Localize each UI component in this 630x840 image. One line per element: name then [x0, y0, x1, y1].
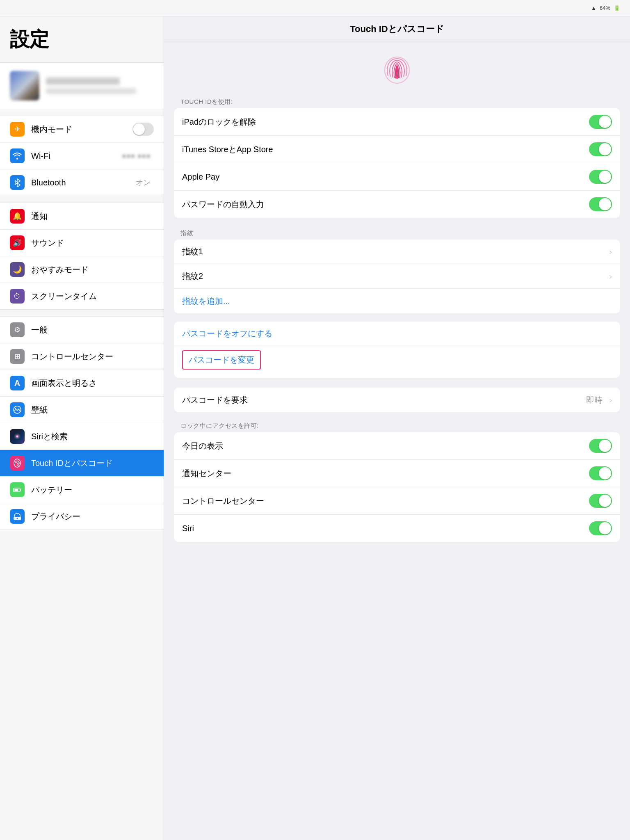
sidebar-item-label: プライバシー	[31, 511, 154, 522]
svg-point-11	[17, 518, 18, 519]
svg-point-0	[14, 406, 21, 413]
sidebar-item-label: Wi-Fi	[31, 151, 122, 161]
notification-center-label: 通知センター	[182, 468, 589, 479]
touchid-icon-container	[164, 42, 630, 95]
battery-icon: 🔋	[614, 5, 620, 11]
notification-center-row[interactable]: 通知センター	[174, 460, 620, 487]
sidebar-group-general: ⚙ 一般 ⊞ コントロールセンター A 画面表示と明るさ 壁紙	[0, 316, 164, 530]
sidebar-item-donotdisturb[interactable]: 🌙 おやすみモード	[0, 256, 164, 283]
require-passcode-label: パスコードを要求	[182, 395, 586, 406]
fingerprint-card: 指紋1 › 指紋2 › 指紋を追加...	[174, 240, 620, 313]
svg-point-4	[16, 436, 18, 437]
password-autofill-toggle[interactable]	[589, 197, 612, 211]
sidebar-item-label: サウンド	[31, 237, 154, 249]
touch-id-section-header: TOUCH IDを使用:	[174, 95, 620, 108]
apple-pay-label: Apple Pay	[182, 172, 589, 182]
touchid-fingerprint-icon	[382, 55, 412, 85]
siri-icon	[10, 429, 25, 444]
privacy-icon	[10, 509, 25, 524]
passcode-section: パスコードをオフにする パスコードを変更	[174, 322, 620, 378]
profile-section[interactable]	[0, 62, 164, 109]
sidebar-item-airplane[interactable]: ✈ 機内モード	[0, 116, 164, 143]
sidebar-item-touchid[interactable]: Touch IDとパスコード	[0, 450, 164, 477]
main-header: Touch IDとパスコード	[164, 16, 630, 42]
profile-subtitle	[46, 88, 136, 94]
profile-name	[46, 78, 120, 85]
wifi-value: ●●● ●●●	[122, 152, 151, 160]
sidebar-item-notifications[interactable]: 🔔 通知	[0, 203, 164, 230]
sidebar-item-wallpaper[interactable]: 壁紙	[0, 397, 164, 423]
fingerprint2-chevron: ›	[609, 272, 612, 281]
add-fingerprint-label[interactable]: 指紋を追加...	[182, 296, 612, 307]
sidebar-item-bluetooth[interactable]: Bluetooth オン	[0, 169, 164, 196]
wifi-settings-icon	[10, 148, 25, 163]
password-autofill-label: パスワードの自動入力	[182, 199, 589, 210]
bluetooth-icon	[10, 175, 25, 190]
control-center-lock-row[interactable]: コントロールセンター	[174, 487, 620, 515]
sidebar-title: 設定	[0, 16, 164, 59]
touch-id-section: TOUCH IDを使用: iPadのロックを解除 iTunes StoreとAp…	[174, 95, 620, 218]
sidebar-item-label: Bluetooth	[31, 178, 136, 187]
status-bar: ▲ 64% 🔋	[0, 0, 630, 16]
donotdisturb-icon: 🌙	[10, 262, 25, 277]
apple-pay-row[interactable]: Apple Pay	[174, 163, 620, 191]
fingerprint2-label: 指紋2	[182, 271, 606, 282]
fingerprint-section: 指紋 指紋1 › 指紋2 › 指紋を追加...	[174, 226, 620, 313]
sidebar-item-sound[interactable]: 🔊 サウンド	[0, 230, 164, 256]
battery-percentage: 64%	[600, 5, 610, 11]
sidebar-item-screentime[interactable]: ⏱ スクリーンタイム	[0, 283, 164, 309]
itunes-appstore-row[interactable]: iTunes StoreとApp Store	[174, 136, 620, 163]
password-autofill-row[interactable]: パスワードの自動入力	[174, 191, 620, 218]
profile-info	[46, 78, 154, 94]
sidebar-item-label: Siriと検索	[31, 431, 154, 442]
sidebar-item-label: 一般	[31, 324, 154, 336]
airplane-icon: ✈	[10, 122, 25, 137]
sidebar-item-label: Touch IDとパスコード	[31, 458, 154, 469]
wifi-icon: ▲	[591, 5, 596, 11]
passcode-require-section: パスコードを要求 即時 ›	[174, 388, 620, 412]
passcode-turnoff-label: パスコードをオフにする	[182, 329, 272, 338]
sidebar-item-display[interactable]: A 画面表示と明るさ	[0, 370, 164, 397]
require-passcode-chevron: ›	[609, 395, 612, 405]
fingerprint1-label: 指紋1	[182, 246, 606, 257]
sidebar-item-privacy[interactable]: プライバシー	[0, 503, 164, 530]
add-fingerprint-row[interactable]: 指紋を追加...	[174, 289, 620, 313]
sidebar-item-general[interactable]: ⚙ 一般	[0, 317, 164, 343]
page-title: Touch IDとパスコード	[350, 24, 444, 34]
sidebar-item-wifi[interactable]: Wi-Fi ●●● ●●●	[0, 143, 164, 169]
battery-settings-icon	[10, 482, 25, 497]
sidebar-group-connectivity: ✈ 機内モード Wi-Fi ●●● ●●● Bluetooth オン	[0, 116, 164, 196]
sound-icon: 🔊	[10, 235, 25, 250]
today-view-label: 今日の表示	[182, 441, 589, 452]
control-center-lock-label: コントロールセンター	[182, 495, 589, 507]
lock-access-section-header: ロック中にアクセスを許可:	[174, 419, 620, 432]
screentime-icon: ⏱	[10, 289, 25, 304]
sidebar-item-label: 画面表示と明るさ	[31, 378, 154, 389]
fingerprint1-row[interactable]: 指紋1 ›	[174, 240, 620, 264]
sidebar-item-battery[interactable]: バッテリー	[0, 477, 164, 503]
fingerprint2-row[interactable]: 指紋2 ›	[174, 264, 620, 289]
passcode-change-label[interactable]: パスコードを変更	[182, 350, 261, 370]
today-view-toggle[interactable]	[589, 439, 612, 453]
bluetooth-value: オン	[136, 178, 151, 187]
sidebar-item-label: おやすみモード	[31, 264, 154, 275]
siri-lock-label: Siri	[182, 524, 589, 533]
siri-lock-row[interactable]: Siri	[174, 515, 620, 542]
lock-access-card: 今日の表示 通知センター コントロールセンター Siri	[174, 432, 620, 542]
control-center-lock-toggle[interactable]	[589, 494, 612, 508]
ipad-unlock-row[interactable]: iPadのロックを解除	[174, 108, 620, 136]
siri-lock-toggle[interactable]	[589, 521, 612, 535]
apple-pay-toggle[interactable]	[589, 170, 612, 184]
itunes-appstore-toggle[interactable]	[589, 142, 612, 156]
require-passcode-row[interactable]: パスコードを要求 即時 ›	[174, 388, 620, 412]
itunes-appstore-label: iTunes StoreとApp Store	[182, 144, 589, 155]
sidebar-group-notifications: 🔔 通知 🔊 サウンド 🌙 おやすみモード ⏱ スクリーンタイム	[0, 203, 164, 310]
today-view-row[interactable]: 今日の表示	[174, 432, 620, 460]
sidebar-item-siri[interactable]: Siriと検索	[0, 423, 164, 450]
airplane-mode-toggle[interactable]	[132, 123, 154, 136]
sidebar-item-controlcenter[interactable]: ⊞ コントロールセンター	[0, 343, 164, 370]
notification-center-toggle[interactable]	[589, 466, 612, 480]
passcode-turnoff-row[interactable]: パスコードをオフにする	[174, 322, 620, 346]
general-icon: ⚙	[10, 322, 25, 337]
ipad-unlock-toggle[interactable]	[589, 115, 612, 129]
